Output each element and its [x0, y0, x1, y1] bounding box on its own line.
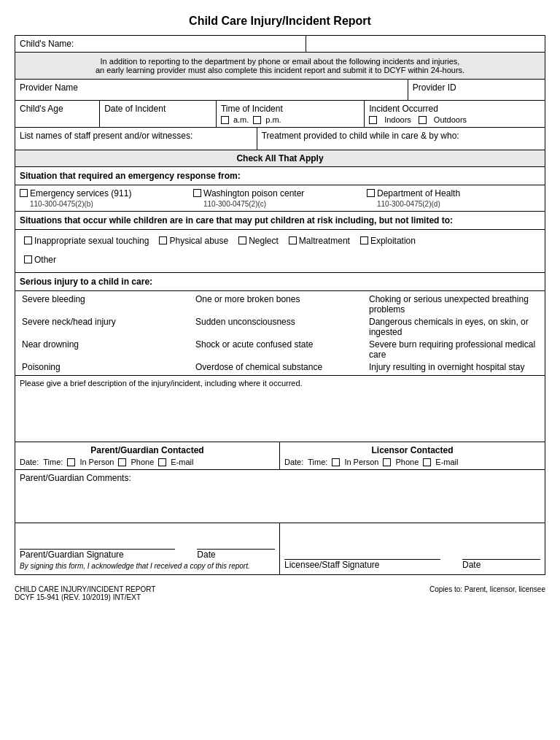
emergency-item-1: Washington poison center 110-300-0475(2)…: [193, 188, 367, 208]
serious-item-4[interactable]: Sudden unconsciousness: [193, 317, 367, 337]
serious-item-6[interactable]: Near drowning: [20, 339, 193, 360]
page-title: Child Care Injury/Incident Report: [15, 15, 545, 28]
licensee-sig-line[interactable]: [284, 550, 440, 560]
licensee-sig-label: Licensee/Staff Signature: [284, 560, 440, 570]
provider-id-cell: Provider ID: [408, 80, 545, 100]
serious-label-9: Poisoning: [22, 362, 61, 372]
situation-item-2[interactable]: Neglect: [238, 236, 279, 246]
parent-email-label: E-mail: [171, 458, 193, 466]
am-checkbox[interactable]: [221, 116, 229, 124]
emergency-cb-2[interactable]: Department of Health: [367, 188, 530, 199]
signature-section: Parent/Guardian Signature Date By signin…: [15, 523, 545, 574]
licensor-time-label: Time:: [308, 458, 327, 466]
licensee-sig-block: Licensee/Staff Signature: [284, 550, 440, 570]
parent-inperson-label: In Person: [79, 458, 114, 466]
description-label: Please give a brief description of the i…: [20, 379, 540, 388]
serious-item-7[interactable]: Shock or acute confused state: [193, 339, 367, 360]
situation-item-1[interactable]: Physical abuse: [159, 236, 228, 246]
provider-name-label: Provider Name: [20, 82, 78, 93]
licensee-date-line[interactable]: [462, 550, 540, 560]
parent-inperson-checkbox[interactable]: [67, 458, 75, 466]
serious-item-0[interactable]: Severe bleeding: [20, 294, 193, 315]
licensor-email-checkbox[interactable]: [423, 458, 431, 466]
serious-label-11: Injury resulting in overnight hospital s…: [369, 362, 524, 372]
serious-item-5[interactable]: Dangerous chemicals in eyes, on skin, or…: [367, 317, 540, 337]
check-all-header: Check All That Apply: [15, 150, 545, 167]
situation-checkbox-0[interactable]: [24, 236, 32, 244]
situation-label-2: Neglect: [249, 236, 279, 246]
situation-checkbox-1[interactable]: [159, 236, 167, 244]
situation-checkbox-5[interactable]: [24, 255, 32, 263]
licensor-inperson-label: In Person: [344, 458, 378, 466]
licensor-inperson-checkbox[interactable]: [332, 458, 340, 466]
parent-contact-fields: Date: Time: In Person Phone E-mail: [20, 458, 275, 466]
childs-name-row: Child's Name:: [15, 36, 545, 53]
licensee-sig-half: Licensee/Staff Signature Date: [280, 523, 545, 574]
parent-sig-block: Parent/Guardian Signature: [20, 539, 175, 560]
situation-item-0[interactable]: Inappropriate sexual touching: [24, 236, 149, 246]
situation-item-5[interactable]: Other: [24, 255, 56, 265]
footer: CHILD CARE INJURY/INCIDENT REPORT DCYF 1…: [15, 585, 545, 601]
provider-row: Provider Name Provider ID: [15, 80, 545, 101]
provider-id-label: Provider ID: [413, 82, 456, 93]
serious-item-3[interactable]: Severe neck/head injury: [20, 317, 193, 337]
serious-item-1[interactable]: One or more broken bones: [193, 294, 367, 315]
situation-checkbox-3[interactable]: [289, 236, 297, 244]
emergency-checkbox-2[interactable]: [367, 189, 375, 197]
serious-item-8[interactable]: Severe burn requiring professional medic…: [367, 339, 540, 360]
emergency-section: Situation that required an emergency res…: [15, 167, 545, 212]
serious-label-6: Near drowning: [22, 339, 79, 350]
serious-item-10[interactable]: Overdose of chemical substance: [193, 362, 367, 372]
childs-age-cell: Child's Age: [15, 101, 100, 127]
licensor-contact-fields: Date: Time: In Person Phone E-mail: [284, 458, 540, 466]
serious-label-4: Sudden unconsciousness: [195, 317, 295, 327]
situations-items: Inappropriate sexual touching Physical a…: [15, 230, 545, 272]
situations-header: Situations that occur while children are…: [15, 212, 545, 230]
serious-label-2: Choking or serious unexpected breathing …: [369, 294, 540, 315]
date-incident-label: Date of Incident: [104, 104, 166, 114]
situation-label-3: Maltreatment: [299, 236, 350, 246]
parent-date-line[interactable]: [197, 539, 275, 550]
serious-label-7: Shock or acute confused state: [195, 339, 313, 350]
situation-checkbox-4[interactable]: [360, 236, 368, 244]
indoors-checkbox[interactable]: [369, 116, 377, 124]
situation-item-3[interactable]: Maltreatment: [289, 236, 350, 246]
serious-grid: Severe bleeding One or more broken bones…: [15, 291, 545, 375]
comments-input[interactable]: [20, 483, 540, 520]
occurred-label: Incident Occurred: [369, 104, 540, 114]
outdoors-label: Outdoors: [434, 115, 467, 124]
footer-left-line2: DCYF 15-941 (REV. 10/2019) INT/EXT: [15, 593, 155, 601]
licensor-phone-label: Phone: [395, 458, 419, 466]
situation-checkbox-2[interactable]: [238, 236, 246, 244]
time-incident-cell: Time of Incident a.m. p.m.: [217, 101, 365, 127]
time-ampm-row: a.m. p.m.: [221, 115, 359, 124]
licensee-date-label: Date: [462, 560, 540, 570]
situation-label-0: Inappropriate sexual touching: [34, 236, 149, 246]
treatment-label: Treatment provided to child while in car…: [262, 131, 459, 141]
pm-checkbox[interactable]: [253, 116, 261, 124]
outdoors-checkbox[interactable]: [419, 116, 427, 124]
situation-item-4[interactable]: Exploitation: [360, 236, 416, 246]
emergency-item-2: Department of Health 110-300-0475(2)(d): [367, 188, 540, 208]
parent-phone-checkbox[interactable]: [118, 458, 126, 466]
emergency-cb-0[interactable]: Emergency services (911): [20, 188, 183, 199]
emergency-checkbox-0[interactable]: [20, 189, 28, 197]
parent-sig-line[interactable]: [20, 539, 175, 550]
treatment-cell: Treatment provided to child while in car…: [257, 128, 545, 150]
serious-label-8: Severe burn requiring professional medic…: [369, 339, 540, 360]
emergency-code-1: 110-300-0475(2)(c): [203, 200, 367, 208]
footer-left-line1: CHILD CARE INJURY/INCIDENT REPORT: [15, 585, 155, 593]
emergency-cb-1[interactable]: Washington poison center: [193, 188, 357, 199]
parent-email-checkbox[interactable]: [158, 458, 166, 466]
description-input[interactable]: [20, 388, 540, 439]
witnesses-row: List names of staff present and/or witne…: [15, 128, 545, 150]
emergency-label-2: Department of Health: [377, 188, 460, 199]
emergency-checkbox-1[interactable]: [193, 189, 201, 197]
serious-item-11[interactable]: Injury resulting in overnight hospital s…: [367, 362, 540, 372]
parent-sig-half: Parent/Guardian Signature Date By signin…: [15, 523, 280, 574]
licensor-email-label: E-mail: [435, 458, 458, 466]
licensor-phone-checkbox[interactable]: [383, 458, 391, 466]
description-area: Please give a brief description of the i…: [15, 376, 545, 442]
serious-item-2[interactable]: Choking or serious unexpected breathing …: [367, 294, 540, 315]
serious-item-9[interactable]: Poisoning: [20, 362, 193, 372]
